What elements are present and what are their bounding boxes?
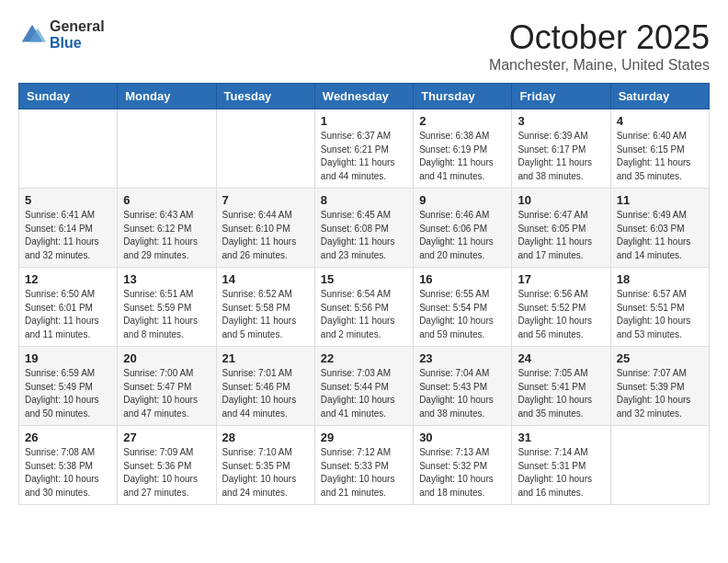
page-header: General Blue October 2025 Manchester, Ma…: [18, 18, 710, 74]
cell-day-number: 17: [518, 272, 604, 286]
calendar-cell: 18Sunrise: 6:57 AM Sunset: 5:51 PM Dayli…: [610, 268, 709, 347]
calendar-week-3: 12Sunrise: 6:50 AM Sunset: 6:01 PM Dayli…: [19, 268, 710, 347]
calendar-cell: 2Sunrise: 6:38 AM Sunset: 6:19 PM Daylig…: [414, 109, 512, 189]
calendar-cell: 19Sunrise: 6:59 AM Sunset: 5:49 PM Dayli…: [19, 347, 118, 426]
calendar-table: Sunday Monday Tuesday Wednesday Thursday…: [18, 83, 710, 505]
calendar-cell: 21Sunrise: 7:01 AM Sunset: 5:46 PM Dayli…: [216, 347, 314, 426]
month-title: October 2025: [489, 18, 710, 57]
calendar-cell: 15Sunrise: 6:54 AM Sunset: 5:56 PM Dayli…: [314, 268, 413, 347]
cell-info-text: Sunrise: 7:04 AM Sunset: 5:43 PM Dayligh…: [419, 367, 506, 420]
calendar-header-row: Sunday Monday Tuesday Wednesday Thursday…: [19, 84, 710, 109]
calendar-cell: [610, 426, 709, 505]
cell-day-number: 30: [419, 431, 506, 444]
cell-info-text: Sunrise: 7:01 AM Sunset: 5:46 PM Dayligh…: [222, 367, 309, 420]
cell-info-text: Sunrise: 6:45 AM Sunset: 6:08 PM Dayligh…: [321, 209, 407, 262]
col-saturday: Saturday: [610, 84, 709, 109]
calendar-cell: 1Sunrise: 6:37 AM Sunset: 6:21 PM Daylig…: [314, 109, 413, 189]
cell-info-text: Sunrise: 6:40 AM Sunset: 6:15 PM Dayligh…: [617, 130, 703, 183]
cell-info-text: Sunrise: 6:44 AM Sunset: 6:10 PM Dayligh…: [222, 209, 309, 262]
cell-day-number: 2: [419, 114, 506, 128]
cell-day-number: 10: [518, 193, 604, 207]
calendar-cell: 4Sunrise: 6:40 AM Sunset: 6:15 PM Daylig…: [610, 109, 709, 189]
calendar-week-5: 26Sunrise: 7:08 AM Sunset: 5:38 PM Dayli…: [19, 426, 710, 505]
calendar-cell: 23Sunrise: 7:04 AM Sunset: 5:43 PM Dayli…: [414, 347, 512, 426]
cell-info-text: Sunrise: 6:41 AM Sunset: 6:14 PM Dayligh…: [25, 209, 111, 262]
calendar-cell: 13Sunrise: 6:51 AM Sunset: 5:59 PM Dayli…: [118, 268, 216, 347]
calendar-week-4: 19Sunrise: 6:59 AM Sunset: 5:49 PM Dayli…: [19, 347, 710, 426]
logo-icon: [18, 21, 46, 49]
col-tuesday: Tuesday: [216, 84, 314, 109]
cell-info-text: Sunrise: 7:10 AM Sunset: 5:35 PM Dayligh…: [222, 446, 309, 500]
cell-info-text: Sunrise: 6:43 AM Sunset: 6:12 PM Dayligh…: [123, 209, 210, 262]
cell-day-number: 22: [321, 351, 407, 365]
cell-info-text: Sunrise: 6:39 AM Sunset: 6:17 PM Dayligh…: [518, 130, 604, 183]
calendar-cell: 14Sunrise: 6:52 AM Sunset: 5:58 PM Dayli…: [216, 268, 314, 347]
col-wednesday: Wednesday: [314, 84, 413, 109]
calendar-cell: 20Sunrise: 7:00 AM Sunset: 5:47 PM Dayli…: [118, 347, 216, 426]
cell-day-number: 12: [25, 272, 111, 286]
cell-info-text: Sunrise: 7:12 AM Sunset: 5:33 PM Dayligh…: [321, 446, 407, 500]
cell-day-number: 6: [123, 193, 210, 207]
col-thursday: Thursday: [414, 84, 512, 109]
cell-info-text: Sunrise: 7:14 AM Sunset: 5:31 PM Dayligh…: [518, 446, 604, 500]
calendar-week-1: 1Sunrise: 6:37 AM Sunset: 6:21 PM Daylig…: [19, 109, 710, 189]
cell-day-number: 31: [518, 431, 604, 444]
cell-day-number: 27: [123, 431, 210, 444]
cell-day-number: 14: [222, 272, 309, 286]
cell-info-text: Sunrise: 7:03 AM Sunset: 5:44 PM Dayligh…: [321, 367, 407, 420]
cell-day-number: 26: [25, 431, 111, 444]
cell-day-number: 18: [617, 272, 703, 286]
logo-blue-text: Blue: [50, 35, 105, 52]
calendar-cell: [216, 109, 314, 189]
logo-text: General Blue: [50, 18, 105, 51]
calendar-cell: [118, 109, 216, 189]
cell-info-text: Sunrise: 7:09 AM Sunset: 5:36 PM Dayligh…: [123, 446, 210, 500]
calendar-cell: [19, 109, 118, 189]
cell-day-number: 16: [419, 272, 506, 286]
calendar-cell: 26Sunrise: 7:08 AM Sunset: 5:38 PM Dayli…: [19, 426, 118, 505]
cell-info-text: Sunrise: 6:47 AM Sunset: 6:05 PM Dayligh…: [518, 209, 604, 262]
col-sunday: Sunday: [19, 84, 118, 109]
logo: General Blue: [18, 18, 105, 51]
cell-info-text: Sunrise: 7:05 AM Sunset: 5:41 PM Dayligh…: [518, 367, 604, 420]
cell-day-number: 4: [617, 114, 703, 128]
cell-info-text: Sunrise: 6:37 AM Sunset: 6:21 PM Dayligh…: [321, 130, 407, 183]
cell-day-number: 23: [419, 351, 506, 365]
cell-info-text: Sunrise: 6:59 AM Sunset: 5:49 PM Dayligh…: [25, 367, 111, 420]
cell-info-text: Sunrise: 6:57 AM Sunset: 5:51 PM Dayligh…: [617, 288, 703, 341]
cell-info-text: Sunrise: 6:55 AM Sunset: 5:54 PM Dayligh…: [419, 288, 506, 341]
calendar-cell: 31Sunrise: 7:14 AM Sunset: 5:31 PM Dayli…: [512, 426, 610, 505]
calendar-cell: 30Sunrise: 7:13 AM Sunset: 5:32 PM Dayli…: [414, 426, 512, 505]
cell-day-number: 7: [222, 193, 309, 207]
cell-info-text: Sunrise: 7:13 AM Sunset: 5:32 PM Dayligh…: [419, 446, 506, 500]
cell-day-number: 13: [123, 272, 210, 286]
calendar-cell: 24Sunrise: 7:05 AM Sunset: 5:41 PM Dayli…: [512, 347, 610, 426]
cell-info-text: Sunrise: 6:52 AM Sunset: 5:58 PM Dayligh…: [222, 288, 309, 341]
cell-day-number: 19: [25, 351, 111, 365]
calendar-week-2: 5Sunrise: 6:41 AM Sunset: 6:14 PM Daylig…: [19, 189, 710, 268]
calendar-cell: 9Sunrise: 6:46 AM Sunset: 6:06 PM Daylig…: [414, 189, 512, 268]
calendar-cell: 8Sunrise: 6:45 AM Sunset: 6:08 PM Daylig…: [314, 189, 413, 268]
cell-day-number: 25: [617, 351, 703, 365]
col-friday: Friday: [512, 84, 610, 109]
calendar-cell: 6Sunrise: 6:43 AM Sunset: 6:12 PM Daylig…: [118, 189, 216, 268]
title-section: October 2025 Manchester, Maine, United S…: [489, 18, 710, 74]
cell-day-number: 1: [321, 114, 407, 128]
cell-info-text: Sunrise: 6:54 AM Sunset: 5:56 PM Dayligh…: [321, 288, 407, 341]
cell-info-text: Sunrise: 7:08 AM Sunset: 5:38 PM Dayligh…: [25, 446, 111, 500]
calendar-cell: 16Sunrise: 6:55 AM Sunset: 5:54 PM Dayli…: [414, 268, 512, 347]
calendar-cell: 22Sunrise: 7:03 AM Sunset: 5:44 PM Dayli…: [314, 347, 413, 426]
cell-day-number: 15: [321, 272, 407, 286]
cell-day-number: 20: [123, 351, 210, 365]
cell-info-text: Sunrise: 6:56 AM Sunset: 5:52 PM Dayligh…: [518, 288, 604, 341]
calendar-cell: 27Sunrise: 7:09 AM Sunset: 5:36 PM Dayli…: [118, 426, 216, 505]
calendar-cell: 11Sunrise: 6:49 AM Sunset: 6:03 PM Dayli…: [610, 189, 709, 268]
cell-info-text: Sunrise: 7:00 AM Sunset: 5:47 PM Dayligh…: [123, 367, 210, 420]
logo-general-text: General: [50, 18, 105, 35]
cell-info-text: Sunrise: 6:51 AM Sunset: 5:59 PM Dayligh…: [123, 288, 210, 341]
calendar-cell: 17Sunrise: 6:56 AM Sunset: 5:52 PM Dayli…: [512, 268, 610, 347]
cell-day-number: 8: [321, 193, 407, 207]
cell-day-number: 5: [25, 193, 111, 207]
location-subtitle: Manchester, Maine, United States: [489, 57, 710, 74]
calendar-cell: 29Sunrise: 7:12 AM Sunset: 5:33 PM Dayli…: [314, 426, 413, 505]
